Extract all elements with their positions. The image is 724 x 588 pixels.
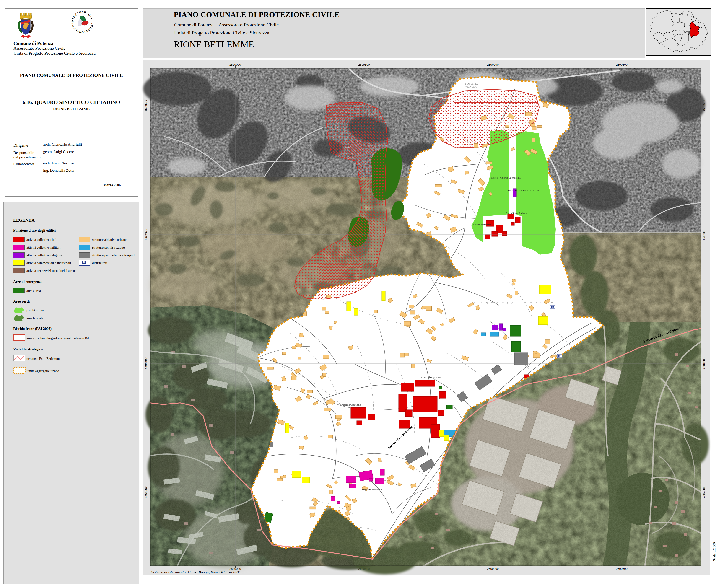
svg-text:Deposito carburante: Deposito carburante (362, 488, 382, 491)
svg-text:Casa Circondariale: Casa Circondariale (421, 376, 440, 379)
svg-text:Comune di Potenza: Comune di Potenza (472, 223, 491, 226)
svg-text:S. A N T O N I O: S. A N T O N I O (474, 302, 515, 305)
svg-text:O: O (71, 20, 74, 22)
svg-text:Chiesa Sant'Antonio La Macchia: Chiesa Sant'Antonio La Macchia (506, 189, 539, 192)
svg-text:MASSERIA: MASSERIA (465, 82, 478, 85)
svg-text:L A M A C C H I A: L A M A C C H I A (519, 301, 564, 304)
svg-text:B: B (552, 306, 554, 308)
svg-text:Croce Rossa Italiana: Croce Rossa Italiana (506, 212, 526, 214)
svg-text:Macello Comunale: Macello Comunale (342, 403, 361, 406)
svg-text:Parco S. Antonio La Macchia: Parco S. Antonio La Macchia (491, 176, 521, 179)
svg-text:B: B (559, 355, 561, 357)
svg-text:VIGNOLA: VIGNOLA (465, 85, 477, 88)
svg-text:N: N (82, 10, 84, 14)
svg-text:O: O (81, 30, 83, 34)
svg-text:•: • (73, 23, 74, 27)
svg-text:•: • (91, 23, 92, 27)
